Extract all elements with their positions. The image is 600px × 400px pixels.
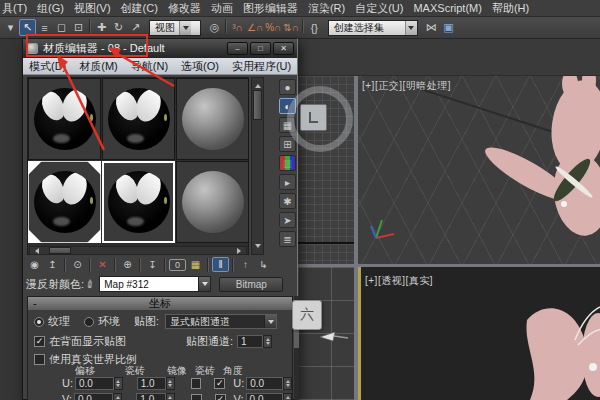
scroll-left-icon[interactable] [32,248,39,254]
maximize-button[interactable]: □ [250,42,271,55]
v-offset-field[interactable]: 0.0 [74,393,113,400]
material-slot-5-active[interactable] [102,161,175,243]
u-tile-field[interactable]: 1.0 [137,377,166,390]
coordinates-rollout-header[interactable]: - 坐标 [28,297,292,310]
sample-type-icon[interactable]: ● [279,79,296,95]
selection-filter-dropdown-icon[interactable]: ▾ [2,19,19,36]
texture-radio[interactable] [34,317,44,327]
show-map-in-viewport-icon[interactable]: ▦ [187,257,204,272]
v-tile-spinner[interactable] [166,393,175,400]
map-type-button[interactable]: Bitmap [219,277,283,292]
show-end-result-icon[interactable]: ‖ [212,257,229,272]
edit-named-selection-sets-icon[interactable]: {} [306,19,323,36]
v-mirror-checkbox[interactable] [191,394,202,400]
reference-coordinate-dropdown[interactable]: 视图 [149,20,201,36]
spinner-snap-toggle-icon[interactable]: ⇅∩ [282,19,300,36]
make-material-copy-icon[interactable]: ⊕ [119,257,136,272]
menu-item[interactable]: 图形编辑器 [243,1,298,16]
mapping-dropdown[interactable]: 显式贴图通道 [165,314,277,329]
get-material-icon[interactable]: ◉ [26,257,43,272]
eyedropper-icon[interactable]: ✐ [83,276,98,292]
video-color-check-icon[interactable]: ▥ [279,155,296,171]
real-world-scale-checkbox[interactable] [34,354,45,365]
material-id-channel-icon[interactable]: 0 [169,259,186,271]
menu-item[interactable]: 帮助(H) [492,1,529,16]
go-forward-to-sibling-icon[interactable]: ↳ [255,257,272,272]
reset-map-icon[interactable]: ✕ [94,257,111,272]
material-slot-4[interactable] [28,161,101,243]
viewport-bottom-left[interactable] [298,267,354,400]
material-editor-menu-item[interactable]: 材质(M) [79,59,118,74]
u-angle-field[interactable]: 0.0 [246,377,283,390]
viewport-orthographic[interactable] [358,76,600,264]
select-by-material-icon[interactable]: ➤ [279,212,296,228]
scrollbar-thumb[interactable] [253,90,262,120]
chevron-down-icon[interactable] [405,21,417,35]
put-to-library-icon[interactable]: ↧ [144,257,161,272]
chevron-down-icon[interactable] [198,277,210,291]
material-slot-3[interactable] [176,78,249,160]
v-angle-field[interactable]: 0.0 [246,393,284,400]
material-editor-menu-item[interactable]: 选项(O) [181,59,219,74]
snap-toggle-3d-icon[interactable]: ³∩ [229,19,246,36]
u-offset-spinner[interactable] [114,377,123,390]
v-tile-field[interactable]: 1.0 [136,393,166,400]
scroll-up-icon[interactable] [255,81,261,88]
assign-material-to-selection-icon[interactable]: ⊙ [69,257,86,272]
chevron-down-icon[interactable] [264,315,276,328]
minimize-button[interactable]: – [227,42,248,55]
menu-item[interactable]: MAXScript(M) [413,2,481,14]
menu-item[interactable]: 动画 [211,1,233,16]
u-offset-field[interactable]: 0.0 [75,377,114,390]
menu-item[interactable]: 组(G) [37,1,64,16]
material-slot-1[interactable] [28,78,101,160]
options-icon[interactable]: ✱ [279,193,296,209]
slots-vertical-scrollbar[interactable] [251,77,264,255]
map-name-dropdown[interactable]: Map #312 [99,276,211,292]
v-tile-checkbox[interactable] [215,394,226,400]
viewport-label-perspective[interactable]: [+][透视][真实] [365,274,433,288]
diffuse-color-label: 漫反射颜色: [26,277,84,292]
butterfly-object[interactable] [505,285,600,400]
menu-item[interactable]: 渲染(R) [308,1,345,16]
percent-snap-toggle-icon[interactable]: %∩ [264,19,282,36]
show-map-on-back-checkbox[interactable] [34,336,45,347]
map-channel-spinner[interactable] [263,335,272,348]
collapse-icon[interactable]: - [33,297,37,310]
environment-radio[interactable] [84,317,94,327]
u-mirror-checkbox[interactable] [191,378,202,389]
v-offset-spinner[interactable] [113,393,122,400]
go-to-parent-icon[interactable]: ↑ [237,257,254,272]
slots-horizontal-scrollbar[interactable] [29,246,247,255]
v-angle-spinner[interactable] [283,393,292,400]
scroll-down-icon[interactable] [255,244,261,251]
named-selection-set-dropdown[interactable]: 创建选择集 [328,20,418,36]
menu-item[interactable]: 具(T) [2,1,27,16]
material-editor-menu-item[interactable]: 模式(D) [29,59,66,74]
material-slot-6[interactable] [176,161,249,243]
u-tile-checkbox[interactable] [214,378,225,389]
u-tile-spinner[interactable] [166,377,175,390]
butterfly-object[interactable] [478,76,600,264]
map-channel-field[interactable]: 1 [237,335,263,348]
mirror-icon[interactable]: ⋈ [423,19,440,36]
material-slot-2[interactable] [102,78,175,160]
make-preview-icon[interactable]: ▸ [279,174,296,190]
menu-item[interactable]: 自定义(U) [355,1,403,16]
menu-item[interactable]: 创建(C) [121,1,158,16]
u-angle-spinner[interactable] [283,377,292,390]
material-editor-menu-item[interactable]: 导航(N) [131,59,168,74]
align-icon[interactable]: ▣ [440,19,457,36]
material-map-navigator-icon[interactable]: ≣ [279,231,296,247]
close-button[interactable]: ✕ [273,42,294,55]
menu-item[interactable]: 视图(V) [74,1,111,16]
use-pivot-point-center-icon[interactable]: ◎ [206,19,223,36]
chevron-down-icon[interactable] [179,21,191,35]
menu-item[interactable]: 修改器 [168,1,201,16]
scroll-right-icon[interactable] [237,248,244,254]
viewport-label-orthographic[interactable]: [+][正交][明暗处理] [362,79,451,93]
scrollbar-thumb[interactable] [49,247,71,254]
put-material-to-scene-icon[interactable]: ↥ [44,257,61,272]
material-editor-menu-item[interactable]: 实用程序(U) [232,59,291,74]
angle-snap-toggle-icon[interactable]: ∠∩ [246,19,264,36]
